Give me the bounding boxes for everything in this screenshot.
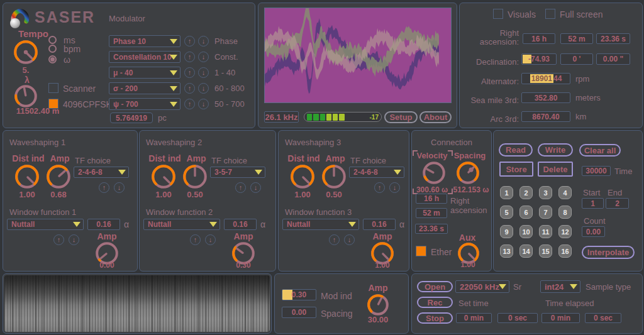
- window-up-button[interactable]: ↑: [53, 234, 64, 245]
- amp-knob[interactable]: [46, 164, 71, 192]
- constellation-down-button[interactable]: ↓: [198, 52, 209, 62]
- preset-slot-button[interactable]: 13: [500, 244, 513, 258]
- alpha-field[interactable]: 0.16: [363, 219, 396, 230]
- rec-button[interactable]: Rec: [417, 297, 453, 308]
- window-function-dropdown[interactable]: Nuttall: [282, 219, 359, 230]
- sigma-down-button[interactable]: ↓: [198, 83, 209, 94]
- psi-dropdown[interactable]: ψ - 700: [109, 98, 180, 110]
- open-button[interactable]: Open: [417, 281, 453, 292]
- set-time-min-field[interactable]: 0 min: [456, 313, 492, 323]
- stop-button[interactable]: Stop: [417, 312, 453, 324]
- window-up-button[interactable]: ↑: [190, 234, 201, 245]
- preset-slot-button[interactable]: 5: [500, 206, 513, 219]
- start-field[interactable]: 1: [582, 198, 604, 209]
- preset-slot-button[interactable]: 3: [539, 186, 552, 199]
- window-down-button[interactable]: ↓: [69, 234, 79, 245]
- tf-choice-dropdown[interactable]: 2-4-6-8: [74, 167, 129, 178]
- velocity-knob[interactable]: [422, 161, 446, 187]
- preset-slot-button[interactable]: 2: [519, 186, 533, 199]
- alternator-field[interactable]: 1890144: [521, 73, 570, 84]
- psi-up-button[interactable]: ↑: [184, 99, 195, 109]
- dist-ind-knob[interactable]: [290, 164, 315, 192]
- mu-dropdown[interactable]: μ - 40: [109, 67, 180, 79]
- sigma-up-button[interactable]: ↑: [184, 83, 195, 94]
- visuals-checkbox[interactable]: [493, 9, 503, 19]
- ether-checkbox[interactable]: [416, 246, 426, 256]
- window-up-button[interactable]: ↑: [329, 234, 340, 245]
- mod-ind-field[interactable]: 0.30: [282, 289, 316, 300]
- arc3rd-field[interactable]: 8670.40: [521, 111, 570, 122]
- scope-freq-field[interactable]: 26.1 kHz: [264, 111, 299, 123]
- amp-knob[interactable]: [182, 164, 208, 192]
- preset-slot-button[interactable]: 16: [558, 244, 572, 258]
- tf-up-button[interactable]: ↑: [235, 182, 246, 193]
- preset-slot-button[interactable]: 4: [558, 186, 572, 199]
- scanner-checkbox[interactable]: [48, 83, 58, 93]
- preset-time-field[interactable]: 30000: [582, 166, 611, 176]
- spacing-knob[interactable]: [456, 161, 480, 187]
- sigma-dropdown[interactable]: σ - 200: [109, 82, 180, 94]
- set-time-sec-field[interactable]: 0 sec: [497, 313, 538, 323]
- amp-knob[interactable]: [321, 164, 347, 192]
- window-down-button[interactable]: ↓: [205, 234, 216, 245]
- preset-slot-button[interactable]: 1: [500, 186, 513, 199]
- declination-deg-field[interactable]: -74.93: [521, 53, 557, 65]
- write-button[interactable]: Write: [538, 143, 573, 157]
- connection-ra-minutes-field[interactable]: 52 m: [416, 208, 447, 218]
- preset-slot-button[interactable]: 7: [539, 206, 552, 219]
- tf-down-button[interactable]: ↓: [250, 182, 261, 193]
- tempo-knob[interactable]: [13, 40, 38, 67]
- preset-slot-button[interactable]: 8: [558, 206, 572, 219]
- preset-slot-button[interactable]: 9: [500, 225, 513, 238]
- ra-hours-field[interactable]: 16 h: [523, 33, 555, 44]
- constellation-dropdown[interactable]: Constellation 10: [109, 51, 180, 63]
- fullscreen-checkbox[interactable]: [545, 9, 555, 19]
- elapsed-sec-field[interactable]: 0 sec: [585, 313, 621, 323]
- tf-down-button[interactable]: ↓: [114, 182, 125, 193]
- about-button[interactable]: About: [419, 111, 452, 123]
- sea-mile-field[interactable]: 352.80: [521, 92, 570, 103]
- tf-choice-dropdown[interactable]: 2-4-6-8: [349, 167, 404, 178]
- elapsed-min-field[interactable]: 0 min: [541, 313, 580, 323]
- preset-slot-button[interactable]: 11: [539, 225, 552, 238]
- declination-sec-field[interactable]: 0.00 ": [596, 53, 630, 65]
- interpolate-button[interactable]: Interpolate: [582, 246, 635, 259]
- cpfsk-checkbox[interactable]: [48, 99, 58, 109]
- clear-all-button[interactable]: Clear all: [579, 144, 621, 157]
- window-function-dropdown[interactable]: Nuttall: [7, 219, 84, 230]
- connection-ra-hours-field[interactable]: 16 h: [416, 194, 447, 204]
- alpha-field[interactable]: 0.16: [87, 219, 120, 230]
- declination-min-field[interactable]: 0 ': [560, 53, 593, 65]
- delete-button[interactable]: Delete: [538, 162, 573, 177]
- phase-dropdown[interactable]: Phase 10: [109, 35, 180, 47]
- read-button[interactable]: Read: [499, 143, 533, 157]
- preset-slot-button[interactable]: 10: [519, 225, 533, 238]
- preset-slot-button[interactable]: 14: [519, 244, 533, 258]
- constellation-up-button[interactable]: ↑: [184, 52, 195, 62]
- unit-radio-omega[interactable]: [48, 55, 57, 63]
- store-button[interactable]: Store: [499, 162, 533, 177]
- phase-down-button[interactable]: ↓: [198, 36, 209, 47]
- tf-choice-dropdown[interactable]: 3-5-7: [210, 167, 265, 178]
- window-down-button[interactable]: ↓: [344, 234, 355, 245]
- mod-spacing-field[interactable]: 0.00: [282, 307, 316, 318]
- ra-minutes-field[interactable]: 52 m: [560, 33, 593, 44]
- count-field[interactable]: 0.00: [582, 226, 605, 237]
- sample-rate-dropdown[interactable]: 22050 kHz: [455, 280, 509, 293]
- sample-type-dropdown[interactable]: int24: [540, 280, 580, 293]
- mu-down-button[interactable]: ↓: [198, 67, 209, 78]
- connection-ra-seconds-field[interactable]: 23.36 s: [415, 224, 448, 234]
- dist-ind-knob[interactable]: [151, 164, 176, 192]
- unit-radio-bpm[interactable]: [48, 45, 57, 53]
- preset-slot-button[interactable]: 12: [558, 225, 572, 238]
- pc-field[interactable]: 5.764919: [110, 113, 153, 123]
- setup-button[interactable]: Setup: [384, 111, 418, 123]
- tf-down-button[interactable]: ↓: [389, 182, 400, 193]
- preset-slot-button[interactable]: 15: [539, 244, 552, 258]
- mu-up-button[interactable]: ↑: [184, 67, 195, 78]
- tf-up-button[interactable]: ↑: [374, 182, 385, 193]
- phase-up-button[interactable]: ↑: [184, 36, 195, 47]
- alpha-field[interactable]: 0.16: [224, 219, 257, 230]
- dist-ind-knob[interactable]: [14, 164, 40, 192]
- unit-radio-ms[interactable]: [48, 36, 57, 44]
